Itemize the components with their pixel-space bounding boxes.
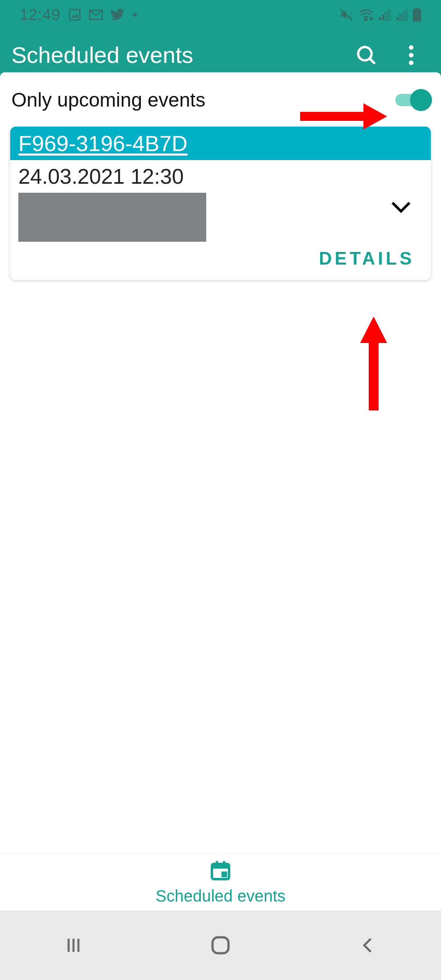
status-bar-left: 12:49 (20, 6, 137, 24)
content-area: Only upcoming events F969-3196-4B7D 24.0… (0, 72, 441, 280)
svg-point-19 (409, 45, 413, 49)
svg-rect-14 (405, 10, 408, 20)
svg-rect-28 (216, 861, 218, 866)
filter-label: Only upcoming events (11, 89, 205, 111)
event-card-body: 24.03.2021 12:30 (10, 160, 431, 245)
toggle-thumb (410, 89, 432, 111)
filter-row: Only upcoming events (0, 80, 441, 119)
search-button[interactable] (348, 37, 385, 74)
svg-rect-15 (413, 9, 421, 22)
svg-rect-11 (396, 17, 399, 20)
bottom-nav-label: Scheduled events (156, 887, 285, 905)
calendar-icon (209, 859, 232, 884)
twitter-icon (110, 9, 125, 21)
bottom-nav-item-scheduled[interactable]: Scheduled events (156, 859, 285, 905)
redacted-block (18, 193, 206, 242)
picture-icon (68, 8, 82, 22)
svg-line-18 (370, 58, 375, 64)
system-nav-bar (0, 911, 441, 980)
back-icon (359, 935, 376, 955)
event-card: F969-3196-4B7D 24.03.2021 12:30 DETAILS (10, 127, 431, 280)
more-vert-icon (403, 44, 419, 67)
status-time: 12:49 (20, 6, 60, 24)
svg-rect-30 (221, 871, 227, 877)
status-bar: 12:49 + (0, 0, 441, 29)
expand-button[interactable] (391, 200, 411, 216)
svg-text:+: + (370, 16, 373, 21)
svg-point-17 (358, 47, 372, 60)
svg-point-20 (409, 53, 413, 57)
svg-marker-1 (71, 13, 78, 18)
svg-point-5 (365, 18, 367, 20)
page-title: Scheduled events (11, 42, 340, 68)
details-button[interactable]: DETAILS (319, 248, 414, 269)
svg-rect-16 (415, 8, 419, 10)
gmail-icon (89, 9, 103, 20)
home-icon (210, 935, 231, 956)
battery-icon (412, 8, 421, 22)
home-button[interactable] (204, 929, 237, 962)
svg-rect-10 (388, 10, 390, 20)
svg-point-21 (409, 60, 413, 65)
annotation-arrow-details (355, 314, 392, 414)
signal-icon-1 (378, 9, 391, 21)
dot-icon (132, 12, 137, 17)
svg-rect-7 (379, 17, 381, 20)
upcoming-events-toggle[interactable] (395, 89, 432, 111)
bottom-nav: Scheduled events (0, 853, 441, 911)
svg-marker-25 (360, 316, 387, 343)
back-button[interactable] (351, 929, 384, 962)
chevron-down-icon (391, 200, 411, 214)
overflow-menu-button[interactable] (393, 37, 430, 74)
recents-button[interactable] (57, 929, 90, 962)
svg-rect-12 (399, 15, 401, 20)
mute-vibrate-icon (339, 8, 354, 22)
svg-rect-29 (223, 861, 225, 866)
svg-rect-8 (382, 15, 384, 20)
status-bar-right: + (339, 8, 421, 22)
wifi-icon: + (358, 8, 374, 21)
signal-icon-2 (395, 9, 408, 21)
svg-point-3 (133, 13, 137, 17)
svg-rect-0 (69, 9, 80, 20)
card-actions: DETAILS (10, 245, 431, 280)
svg-rect-34 (213, 938, 229, 953)
search-icon (355, 44, 378, 67)
recents-icon (64, 935, 83, 955)
svg-rect-27 (212, 864, 229, 869)
event-id[interactable]: F969-3196-4B7D (10, 127, 431, 160)
svg-rect-13 (403, 12, 405, 20)
svg-rect-9 (385, 12, 388, 20)
event-datetime: 24.03.2021 12:30 (18, 164, 423, 189)
